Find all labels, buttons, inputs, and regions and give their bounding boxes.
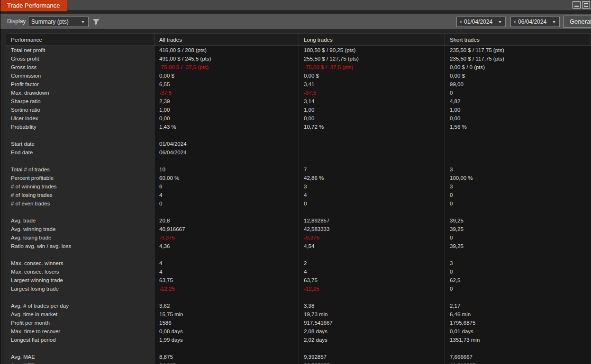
row-value: 4 xyxy=(155,191,299,199)
row-value xyxy=(299,131,445,140)
row-value: -37,5 xyxy=(299,89,445,97)
row-value: 0,00 $ / 0 (pts) xyxy=(445,63,591,71)
title-bar: Trade Performance xyxy=(0,0,591,11)
trade-performance-window: Trade Performance Display Summary (pts) … xyxy=(0,0,591,364)
row-label xyxy=(6,131,155,140)
minimize-button[interactable] xyxy=(573,1,581,9)
chevron-down-icon: ▼ xyxy=(552,20,556,24)
row-value: 4 xyxy=(155,259,299,267)
row-value xyxy=(445,148,591,157)
toolbar: Display Summary (pts) ▼ 01/04/2024 ▼ xyxy=(0,14,591,29)
row-value: 4 xyxy=(299,267,445,276)
performance-table: PerformanceAll tradesLong tradesShort tr… xyxy=(6,33,591,364)
row-value: -75,00 $ / -37,5 (pts) xyxy=(155,63,299,71)
row-value xyxy=(299,140,445,148)
row-label: Avg. time in market xyxy=(6,310,155,319)
row-value: -9,375 xyxy=(299,233,445,242)
row-value: 01/04/2024 xyxy=(155,140,299,148)
maximize-button[interactable] xyxy=(582,1,590,9)
chevron-down-icon: ▼ xyxy=(498,20,502,24)
row-value: 4 xyxy=(155,267,299,276)
row-value xyxy=(445,157,591,165)
row-value: 62,5 xyxy=(445,276,591,284)
row-value xyxy=(155,157,299,165)
column-header: Short trades xyxy=(445,34,591,46)
row-value: 1,00 xyxy=(445,106,591,114)
row-value: -37,5 xyxy=(155,89,299,97)
row-value: 1,00 xyxy=(155,106,299,114)
row-value: 42,583333 xyxy=(299,225,445,233)
window-title-tab[interactable]: Trade Performance xyxy=(0,0,67,11)
row-value: 06/04/2024 xyxy=(155,148,299,157)
row-value: 0,01 days xyxy=(445,327,591,336)
display-dropdown[interactable]: Summary (pts) ▼ xyxy=(28,17,89,27)
row-label: Max. time to recover xyxy=(6,327,155,336)
row-value: 2,08 days xyxy=(299,327,445,336)
row-value: 3,38 xyxy=(299,302,445,310)
column-header: Long trades xyxy=(299,34,445,46)
row-label: Avg. winning trade xyxy=(6,225,155,233)
row-value: 15,75 min xyxy=(155,310,299,319)
row-value: 416,00 $ / 208 (pts) xyxy=(155,46,299,54)
row-value: 0,08 days xyxy=(155,327,299,336)
row-value: 4,54 xyxy=(299,242,445,250)
row-label: Largest losing trade xyxy=(6,284,155,293)
filter-icon-button[interactable] xyxy=(92,18,100,26)
row-value: 0,00 xyxy=(155,114,299,123)
row-value xyxy=(299,250,445,259)
row-label xyxy=(6,157,155,165)
row-label xyxy=(6,250,155,259)
row-value: 10,72 % xyxy=(299,123,445,131)
row-value: 100,00 % xyxy=(445,174,591,182)
row-value: 0 xyxy=(445,191,591,199)
row-value: 0,00 $ xyxy=(155,71,299,80)
row-label: Longest flat period xyxy=(6,336,155,344)
row-value: 180,50 $ / 90,25 (pts) xyxy=(299,46,445,54)
row-value: 3,41 xyxy=(299,80,445,89)
end-date-picker[interactable]: 06/04/2024 ▼ xyxy=(510,17,560,27)
row-value: 2,02 days xyxy=(299,336,445,344)
row-value: 4 xyxy=(299,191,445,199)
row-label: Sortino ratio xyxy=(6,106,155,114)
row-label: Sharpe ratio xyxy=(6,97,155,106)
row-label: # of winning trades xyxy=(6,182,155,191)
column-header: Performance xyxy=(6,34,155,46)
row-label xyxy=(6,344,155,353)
row-value: 6 xyxy=(155,182,299,191)
generate-button[interactable]: Generate xyxy=(564,16,591,28)
row-label xyxy=(6,208,155,216)
row-value: 0,00 $ xyxy=(445,71,591,80)
row-value: 255,50 $ / 127,75 (pts) xyxy=(299,54,445,63)
row-value: 0 xyxy=(299,199,445,208)
row-value: 3 xyxy=(445,259,591,267)
row-value: 24,325 xyxy=(155,361,299,364)
window-controls xyxy=(573,1,590,9)
start-date-picker[interactable]: 01/04/2024 ▼ xyxy=(456,17,506,27)
row-value: 10 xyxy=(155,165,299,174)
calendar-icon xyxy=(514,19,516,25)
row-value xyxy=(299,293,445,302)
chevron-down-icon: ▼ xyxy=(81,20,85,24)
row-label: Avg. trade xyxy=(6,216,155,225)
row-value xyxy=(299,157,445,165)
row-value: 3 xyxy=(445,182,591,191)
row-value: 1586 xyxy=(155,319,299,327)
row-label: Max. drawdown xyxy=(6,89,155,97)
row-value: 491,00 $ / 245,5 (pts) xyxy=(155,54,299,63)
row-value xyxy=(299,148,445,157)
row-label: Avg. MFE xyxy=(6,361,155,364)
row-value xyxy=(155,293,299,302)
row-value xyxy=(155,208,299,216)
row-value: 1795,6875 xyxy=(445,319,591,327)
column-header: All trades xyxy=(155,34,299,46)
display-dropdown-value: Summary (pts) xyxy=(31,18,78,25)
row-value: 3,62 xyxy=(155,302,299,310)
row-value: 3 xyxy=(299,182,445,191)
row-value: 40,916667 xyxy=(155,225,299,233)
row-label: Avg. losing trade xyxy=(6,233,155,242)
start-date-value: 01/04/2024 xyxy=(464,18,492,25)
row-value xyxy=(155,131,299,140)
row-label: Percent profitable xyxy=(6,174,155,182)
row-value: 1,99 days xyxy=(155,336,299,344)
row-value xyxy=(445,131,591,140)
